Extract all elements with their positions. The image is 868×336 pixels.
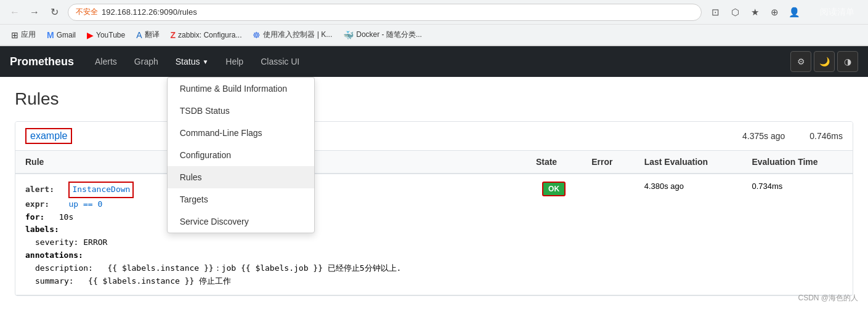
bookmark-apps-label: 应用 <box>21 30 36 40</box>
for-value: 10s <box>59 212 73 222</box>
for-label: for: <box>25 212 44 222</box>
bookmark-star-icon[interactable]: ★ <box>746 4 763 21</box>
alert-name-link[interactable]: InstanceDown <box>68 182 134 198</box>
col-state: State <box>526 151 582 174</box>
reading-mode-button[interactable]: 阅读清单 <box>813 4 862 20</box>
bookmark-gmail-label: Gmail <box>57 31 76 39</box>
bookmark-k8s-label: 使用准入控制器 | K... <box>263 30 332 40</box>
severity-label: severity: <box>35 238 78 247</box>
error-cell <box>582 174 634 295</box>
labels-label: labels: <box>25 225 59 234</box>
bookmark-k8s[interactable]: ☸ 使用准入控制器 | K... <box>248 27 337 42</box>
nav-status-label: Status <box>176 57 200 66</box>
page-title: Rules <box>15 89 853 109</box>
back-button[interactable]: ← <box>6 4 23 21</box>
table-row: alert: InstanceDown expr: up == 0 for: <box>15 174 853 295</box>
bookmark-zabbix[interactable]: Z zabbix: Configura... <box>166 28 247 42</box>
status-dropdown-menu: Runtime & Build Information TSDB Status … <box>167 77 315 233</box>
nav-classic-ui[interactable]: Classic UI <box>252 46 308 77</box>
state-cell: OK <box>526 174 582 295</box>
dropdown-service-discovery[interactable]: Service Discovery <box>168 210 314 233</box>
dropdown-runtime[interactable]: Runtime & Build Information <box>168 78 314 100</box>
reload-button[interactable]: ↻ <box>46 4 63 21</box>
group-meta: 4.375s ago 0.746ms <box>742 131 843 141</box>
k8s-icon: ☸ <box>253 30 261 40</box>
bookmark-gmail[interactable]: M Gmail <box>42 28 81 42</box>
bookmarks-bar: ⊞ 应用 M Gmail ▶ YouTube A 翻译 Z zabbix: Co… <box>0 25 868 46</box>
bookmark-zabbix-label: zabbix: Configura... <box>178 31 241 39</box>
cast-icon[interactable]: ⊡ <box>707 4 724 21</box>
prometheus-navbar: Prometheus Alerts Graph Status ▼ Runtime… <box>0 46 868 77</box>
profile-icon[interactable]: 👤 <box>785 4 803 21</box>
state-badge: OK <box>542 182 566 196</box>
extensions-icon[interactable]: ⊕ <box>766 4 783 21</box>
toolbar-icons: ⊡ ⬡ ★ ⊕ 👤 <box>707 4 803 21</box>
severity-value: ERROR <box>83 238 107 247</box>
rules-group-header: example 4.375s ago 0.746ms <box>15 122 853 151</box>
expr-label: expr: <box>25 199 49 209</box>
apps-icon: ⊞ <box>11 30 18 40</box>
rules-section: example 4.375s ago 0.746ms Rule State Er… <box>15 121 853 296</box>
gmail-icon: M <box>47 30 54 40</box>
last-evaluation-value: 4.375s ago <box>742 131 785 141</box>
nav-graph[interactable]: Graph <box>126 46 167 77</box>
bookmark-youtube[interactable]: ▶ YouTube <box>82 28 130 42</box>
alert-label: alert: <box>25 185 54 194</box>
youtube-icon: ▶ <box>87 30 94 40</box>
address-text: 192.168.112.26:9090/rules <box>102 7 694 17</box>
nav-help[interactable]: Help <box>217 46 252 77</box>
evaluation-time-value: 0.746ms <box>809 131 843 141</box>
forward-button[interactable]: → <box>26 4 43 21</box>
address-bar[interactable]: 不安全 192.168.112.26:9090/rules <box>68 4 702 21</box>
dropdown-cmdline[interactable]: Command-Line Flags <box>168 122 314 144</box>
group-name-link[interactable]: example <box>25 128 72 144</box>
nav-status-wrapper: Status ▼ Runtime & Build Information TSD… <box>167 46 217 77</box>
docker-icon: 🐳 <box>343 30 354 40</box>
summary-label: summary: <box>35 276 74 286</box>
translate-icon: A <box>136 30 142 40</box>
annotations-label: annotations: <box>25 250 83 260</box>
bookmark-translate-label: 翻译 <box>145 30 160 40</box>
bookmark-docker[interactable]: 🐳 Docker - 随笔分类... <box>338 27 427 42</box>
bookmark-docker-label: Docker - 随笔分类... <box>356 30 422 40</box>
dropdown-config[interactable]: Configuration <box>168 144 314 166</box>
nav-buttons: ← → ↻ <box>6 4 63 21</box>
description-value: {{ $labels.instance }}：job {{ $labels.jo… <box>107 263 401 273</box>
chevron-down-icon: ▼ <box>202 58 208 65</box>
main-content: Rules example 4.375s ago 0.746ms Rule St… <box>0 77 868 308</box>
bookmark-youtube-label: YouTube <box>96 31 125 39</box>
zabbix-icon: Z <box>171 30 176 40</box>
dark-mode-button[interactable]: 🌙 <box>814 51 835 72</box>
nav-status[interactable]: Status ▼ <box>167 46 217 77</box>
browser-toolbar: ← → ↻ 不安全 192.168.112.26:9090/rules ⊡ ⬡ … <box>0 0 868 25</box>
security-warning: 不安全 <box>76 7 98 17</box>
contrast-button[interactable]: ◑ <box>837 51 858 72</box>
summary-value: {{ $labels.instance }} 停止工作 <box>88 276 231 286</box>
col-empty2 <box>397 151 526 174</box>
description-label: description: <box>35 263 93 273</box>
nav-right-icons: ⚙ 🌙 ◑ <box>790 51 858 72</box>
bookmark-apps[interactable]: ⊞ 应用 <box>6 27 41 42</box>
nav-alerts[interactable]: Alerts <box>86 46 126 77</box>
prometheus-brand[interactable]: Prometheus <box>10 55 74 68</box>
col-error: Error <box>582 151 634 174</box>
bookmark-translate[interactable]: A 翻译 <box>131 27 164 42</box>
table-header-row: Rule State Error Last Evaluation Evaluat… <box>15 151 853 174</box>
settings-icon-button[interactable]: ⚙ <box>790 51 811 72</box>
expr-value: up == 0 <box>68 199 102 209</box>
dropdown-tsdb[interactable]: TSDB Status <box>168 100 314 122</box>
eval-time-cell: 0.734ms <box>742 174 853 295</box>
dropdown-rules[interactable]: Rules <box>168 166 314 188</box>
col-last-eval: Last Evaluation <box>635 151 742 174</box>
watermark: CSDN @海色的人 <box>798 293 858 303</box>
share-icon[interactable]: ⬡ <box>726 4 744 21</box>
rules-table: Rule State Error Last Evaluation Evaluat… <box>15 151 853 295</box>
dropdown-targets[interactable]: Targets <box>168 188 314 210</box>
col-eval-time: Evaluation Time <box>742 151 853 174</box>
last-eval-cell: 4.380s ago <box>635 174 742 295</box>
